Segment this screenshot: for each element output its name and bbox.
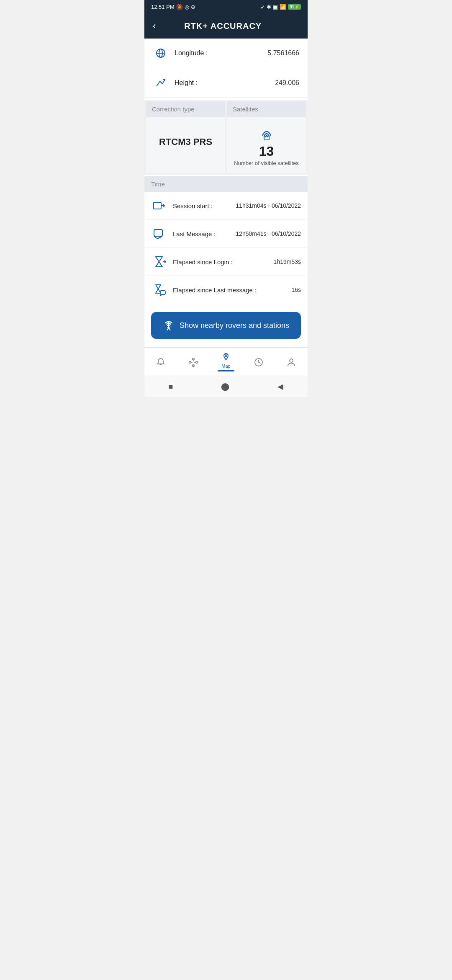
system-stop-button[interactable]: ■ [160,381,182,393]
map-nav-label: Map [221,364,230,369]
session-start-label: Session start : [173,202,236,209]
bottom-nav: Map [144,347,308,376]
time-section-header: Time [144,176,308,192]
bell-icon [156,357,166,367]
last-message-value: 12h50m41s - 06/10/2022 [236,230,301,237]
show-button-container: Show nearby rovers and stations [144,304,308,347]
elapsed-last-icon [151,282,167,298]
svg-rect-3 [264,136,269,140]
height-value: 249.006 [275,79,299,87]
time-rows: Session start : 11h31m04s - 06/10/2022 L… [144,192,308,304]
nav-clock[interactable] [242,356,275,369]
main-content: Longitude : 5.7561666 Height : 249.006 C… [144,39,308,347]
svg-point-27 [290,359,293,362]
svg-rect-6 [154,230,162,236]
status-time: 12:51 PM 🔕 ◎ ⊕ [151,4,195,10]
clock-icon [254,357,264,367]
satellites-card: Satellites 13 Number of visible satellit… [227,101,306,173]
session-start-row: Session start : 11h31m04s - 06/10/2022 [144,192,308,220]
show-button-label: Show nearby rovers and stations [180,321,289,330]
elapsed-login-row: Elapsed since Login : 1h19m53s [144,248,308,276]
back-button[interactable]: ‹ [153,21,156,31]
last-message-label: Last Message : [173,230,236,237]
last-message-row: Last Message : 12h50m41s - 06/10/2022 [144,220,308,248]
elapsed-last-label: Elapsed since Last message : [173,286,291,294]
session-start-value: 11h31m04s - 06/10/2022 [236,202,301,209]
station-icon [163,320,175,331]
longitude-label: Longitude : [175,49,267,57]
system-back-button[interactable]: ◀ [269,380,292,393]
coordinate-section: Longitude : 5.7561666 Height : 249.006 [144,39,308,98]
nodes-icon [188,357,198,367]
correction-type-header: Correction type [146,101,225,117]
elapsed-login-label: Elapsed since Login : [173,258,274,266]
elapsed-last-row: Elapsed since Last message : 16s [144,276,308,304]
svg-rect-12 [160,291,165,294]
satellite-signal-icon [257,124,277,141]
status-icons: ➶ ✱ ▣ 📶 91⚡ [260,4,301,10]
satellite-count: 13 [259,144,274,159]
satellite-label: Number of visible satellites [234,160,299,166]
elapsed-login-icon [151,254,167,270]
page-title: RTK+ ACCURACY [162,21,283,31]
status-bar: 12:51 PM 🔕 ◎ ⊕ ➶ ✱ ▣ 📶 91⚡ [144,0,308,13]
nav-active-indicator [218,370,234,371]
profile-icon [286,357,296,367]
nav-nodes[interactable] [177,356,210,369]
battery-indicator: 91⚡ [288,4,301,10]
system-home-button[interactable]: ⬤ [213,380,238,393]
session-start-icon [151,198,167,214]
longitude-icon [153,45,169,61]
show-nearby-button[interactable]: Show nearby rovers and stations [151,312,301,339]
height-label: Height : [175,79,275,87]
nav-profile[interactable] [275,356,308,369]
svg-point-25 [225,355,227,356]
nav-bell[interactable] [144,356,177,369]
two-col-section: Correction type RTCM3 PRS Satellites [144,100,308,175]
time-section: Time Session start : 11h31m04s - 06/10/2… [144,176,308,304]
nav-map[interactable]: Map [210,351,242,373]
svg-rect-4 [154,202,161,209]
elapsed-login-value: 1h19m53s [274,258,301,265]
height-row: Height : 249.006 [144,68,308,98]
svg-rect-19 [196,361,198,363]
longitude-row: Longitude : 5.7561666 [144,39,308,68]
correction-type-value: RTCM3 PRS [159,137,212,147]
longitude-value: 5.7561666 [267,49,299,57]
satellites-body: 13 Number of visible satellites [227,117,306,173]
correction-type-card: Correction type RTCM3 PRS [146,101,225,173]
system-nav: ■ ⬤ ◀ [144,376,308,397]
correction-type-body: RTCM3 PRS [146,117,225,167]
svg-rect-17 [189,361,191,363]
last-message-icon [151,226,167,242]
elapsed-last-value: 16s [291,286,301,293]
height-icon [153,75,169,91]
app-header: ‹ RTK+ ACCURACY [144,13,308,39]
satellites-header: Satellites [227,101,306,117]
map-icon [221,353,231,363]
svg-rect-18 [193,358,194,360]
